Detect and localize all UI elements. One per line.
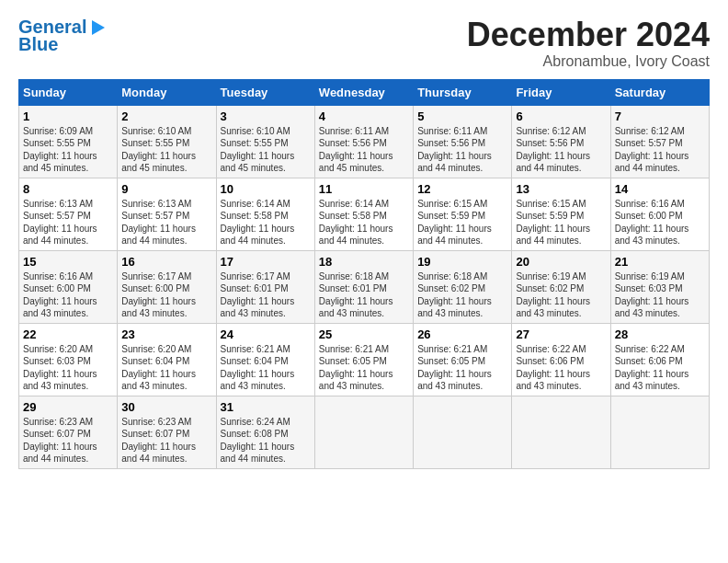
calendar-header-row: SundayMondayTuesdayWednesdayThursdayFrid… — [19, 79, 710, 105]
day-info: Sunrise: 6:13 AMSunset: 5:57 PMDaylight:… — [23, 198, 113, 247]
calendar-cell: 12Sunrise: 6:15 AMSunset: 5:59 PMDayligh… — [414, 178, 512, 250]
logo: General Blue — [18, 17, 108, 55]
day-number: 31 — [221, 400, 311, 414]
day-info: Sunrise: 6:10 AMSunset: 5:55 PMDaylight:… — [221, 125, 311, 175]
day-number: 30 — [121, 400, 211, 414]
day-number: 11 — [319, 182, 409, 196]
day-number: 10 — [221, 182, 311, 196]
main-title: December 2024 — [467, 17, 710, 53]
calendar-cell — [414, 396, 512, 468]
day-number: 7 — [615, 109, 705, 123]
weekday-header-sunday: Sunday — [19, 79, 118, 105]
day-number: 17 — [221, 255, 311, 269]
calendar-cell: 10Sunrise: 6:14 AMSunset: 5:58 PMDayligh… — [216, 178, 314, 250]
day-number: 27 — [516, 327, 606, 341]
calendar-cell: 27Sunrise: 6:22 AMSunset: 6:06 PMDayligh… — [512, 323, 610, 396]
day-info: Sunrise: 6:24 AMSunset: 6:08 PMDaylight:… — [221, 416, 311, 465]
calendar-cell — [314, 396, 413, 468]
weekday-header-wednesday: Wednesday — [314, 79, 413, 105]
calendar-cell: 14Sunrise: 6:16 AMSunset: 6:00 PMDayligh… — [610, 178, 709, 250]
calendar-week-row: 15Sunrise: 6:16 AMSunset: 6:00 PMDayligh… — [19, 250, 710, 323]
calendar-cell: 24Sunrise: 6:21 AMSunset: 6:04 PMDayligh… — [216, 323, 314, 396]
day-info: Sunrise: 6:22 AMSunset: 6:06 PMDaylight:… — [516, 343, 606, 393]
day-number: 13 — [516, 182, 606, 196]
calendar-cell: 25Sunrise: 6:21 AMSunset: 6:05 PMDayligh… — [314, 323, 413, 396]
day-number: 25 — [319, 327, 409, 341]
calendar-cell: 23Sunrise: 6:20 AMSunset: 6:04 PMDayligh… — [118, 323, 216, 396]
weekday-header-friday: Friday — [512, 79, 610, 105]
page: General Blue December 2024 Abronambue, I… — [0, 0, 728, 563]
calendar-cell: 7Sunrise: 6:12 AMSunset: 5:57 PMDaylight… — [610, 105, 709, 178]
day-info: Sunrise: 6:16 AMSunset: 6:00 PMDaylight:… — [23, 270, 113, 320]
svg-marker-0 — [92, 20, 105, 35]
day-number: 28 — [615, 327, 705, 341]
day-info: Sunrise: 6:15 AMSunset: 5:59 PMDaylight:… — [417, 198, 507, 247]
day-info: Sunrise: 6:13 AMSunset: 5:57 PMDaylight:… — [121, 198, 211, 247]
day-number: 16 — [121, 255, 211, 269]
day-info: Sunrise: 6:09 AMSunset: 5:55 PMDaylight:… — [23, 125, 113, 175]
calendar-cell: 15Sunrise: 6:16 AMSunset: 6:00 PMDayligh… — [19, 250, 118, 323]
calendar-cell: 8Sunrise: 6:13 AMSunset: 5:57 PMDaylight… — [19, 178, 118, 250]
day-number: 23 — [121, 327, 211, 341]
day-info: Sunrise: 6:19 AMSunset: 6:03 PMDaylight:… — [615, 270, 705, 320]
day-info: Sunrise: 6:12 AMSunset: 5:56 PMDaylight:… — [516, 125, 606, 175]
calendar-cell: 5Sunrise: 6:11 AMSunset: 5:56 PMDaylight… — [414, 105, 512, 178]
calendar-cell: 11Sunrise: 6:14 AMSunset: 5:58 PMDayligh… — [314, 178, 413, 250]
day-number: 8 — [23, 182, 113, 196]
calendar-cell: 19Sunrise: 6:18 AMSunset: 6:02 PMDayligh… — [414, 250, 512, 323]
calendar-cell — [610, 396, 709, 468]
calendar-cell: 29Sunrise: 6:23 AMSunset: 6:07 PMDayligh… — [19, 396, 118, 468]
calendar-cell: 28Sunrise: 6:22 AMSunset: 6:06 PMDayligh… — [610, 323, 709, 396]
day-number: 22 — [23, 327, 113, 341]
calendar-cell: 16Sunrise: 6:17 AMSunset: 6:00 PMDayligh… — [118, 250, 216, 323]
calendar-cell: 21Sunrise: 6:19 AMSunset: 6:03 PMDayligh… — [610, 250, 709, 323]
calendar-cell: 13Sunrise: 6:15 AMSunset: 5:59 PMDayligh… — [512, 178, 610, 250]
day-info: Sunrise: 6:14 AMSunset: 5:58 PMDaylight:… — [221, 198, 311, 247]
logo-arrow-icon — [88, 18, 108, 37]
day-number: 2 — [121, 109, 211, 123]
day-info: Sunrise: 6:19 AMSunset: 6:02 PMDaylight:… — [516, 270, 606, 320]
weekday-header-thursday: Thursday — [414, 79, 512, 105]
day-number: 6 — [516, 109, 606, 123]
day-info: Sunrise: 6:20 AMSunset: 6:04 PMDaylight:… — [121, 343, 211, 393]
calendar-cell: 26Sunrise: 6:21 AMSunset: 6:05 PMDayligh… — [414, 323, 512, 396]
calendar-cell — [512, 396, 610, 468]
day-info: Sunrise: 6:16 AMSunset: 6:00 PMDaylight:… — [615, 198, 705, 247]
day-number: 19 — [417, 255, 507, 269]
day-number: 9 — [121, 182, 211, 196]
day-info: Sunrise: 6:14 AMSunset: 5:58 PMDaylight:… — [319, 198, 409, 247]
calendar-week-row: 8Sunrise: 6:13 AMSunset: 5:57 PMDaylight… — [19, 178, 710, 250]
day-number: 15 — [23, 255, 113, 269]
day-info: Sunrise: 6:20 AMSunset: 6:03 PMDaylight:… — [23, 343, 113, 393]
day-number: 14 — [615, 182, 705, 196]
calendar-cell: 30Sunrise: 6:23 AMSunset: 6:07 PMDayligh… — [118, 396, 216, 468]
calendar-cell: 9Sunrise: 6:13 AMSunset: 5:57 PMDaylight… — [118, 178, 216, 250]
weekday-header-monday: Monday — [118, 79, 216, 105]
day-number: 1 — [23, 109, 113, 123]
calendar-week-row: 1Sunrise: 6:09 AMSunset: 5:55 PMDaylight… — [19, 105, 710, 178]
calendar-cell: 1Sunrise: 6:09 AMSunset: 5:55 PMDaylight… — [19, 105, 118, 178]
day-info: Sunrise: 6:18 AMSunset: 6:02 PMDaylight:… — [417, 270, 507, 320]
calendar-cell: 17Sunrise: 6:17 AMSunset: 6:01 PMDayligh… — [216, 250, 314, 323]
calendar-cell: 22Sunrise: 6:20 AMSunset: 6:03 PMDayligh… — [19, 323, 118, 396]
day-info: Sunrise: 6:15 AMSunset: 5:59 PMDaylight:… — [516, 198, 606, 247]
subtitle: Abronambue, Ivory Coast — [467, 53, 710, 70]
day-number: 3 — [221, 109, 311, 123]
day-info: Sunrise: 6:22 AMSunset: 6:06 PMDaylight:… — [615, 343, 705, 393]
day-info: Sunrise: 6:18 AMSunset: 6:01 PMDaylight:… — [319, 270, 409, 320]
day-info: Sunrise: 6:10 AMSunset: 5:55 PMDaylight:… — [121, 125, 211, 175]
day-number: 24 — [221, 327, 311, 341]
calendar-table: SundayMondayTuesdayWednesdayThursdayFrid… — [18, 79, 710, 469]
day-info: Sunrise: 6:11 AMSunset: 5:56 PMDaylight:… — [319, 125, 409, 175]
calendar-week-row: 22Sunrise: 6:20 AMSunset: 6:03 PMDayligh… — [19, 323, 710, 396]
calendar-week-row: 29Sunrise: 6:23 AMSunset: 6:07 PMDayligh… — [19, 396, 710, 468]
calendar-cell: 4Sunrise: 6:11 AMSunset: 5:56 PMDaylight… — [314, 105, 413, 178]
day-number: 18 — [319, 255, 409, 269]
day-info: Sunrise: 6:21 AMSunset: 6:04 PMDaylight:… — [221, 343, 311, 393]
calendar-cell: 31Sunrise: 6:24 AMSunset: 6:08 PMDayligh… — [216, 396, 314, 468]
day-info: Sunrise: 6:23 AMSunset: 6:07 PMDaylight:… — [23, 416, 113, 465]
weekday-header-saturday: Saturday — [610, 79, 709, 105]
day-info: Sunrise: 6:21 AMSunset: 6:05 PMDaylight:… — [417, 343, 507, 393]
calendar-cell: 2Sunrise: 6:10 AMSunset: 5:55 PMDaylight… — [118, 105, 216, 178]
day-number: 12 — [417, 182, 507, 196]
